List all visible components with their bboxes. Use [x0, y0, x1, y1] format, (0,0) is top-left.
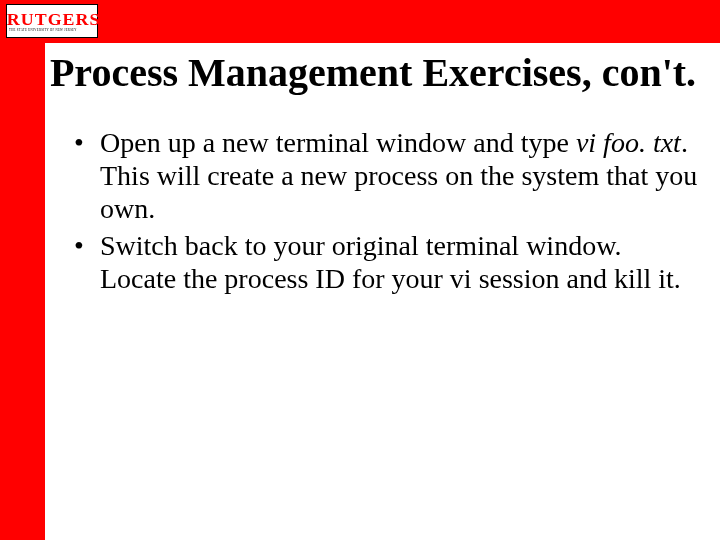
logo-text: RUTGERS — [7, 11, 97, 28]
bullet-list: Open up a new terminal window and type v… — [48, 126, 698, 295]
bullet-command: vi foo. txt — [576, 127, 681, 158]
bullet-text: Switch back to your original terminal wi… — [100, 230, 681, 294]
top-bar — [0, 0, 720, 43]
side-bar — [0, 0, 45, 540]
bullet-item: Open up a new terminal window and type v… — [74, 126, 698, 225]
bullet-item: Switch back to your original terminal wi… — [74, 229, 698, 295]
content-area: Process Management Exercises, con't. Ope… — [48, 50, 698, 299]
rutgers-logo: RUTGERS THE STATE UNIVERSITY OF NEW JERS… — [6, 4, 98, 38]
slide-title: Process Management Exercises, con't. — [48, 50, 698, 96]
slide: RUTGERS THE STATE UNIVERSITY OF NEW JERS… — [0, 0, 720, 540]
bullet-text: Open up a new terminal window and type — [100, 127, 576, 158]
